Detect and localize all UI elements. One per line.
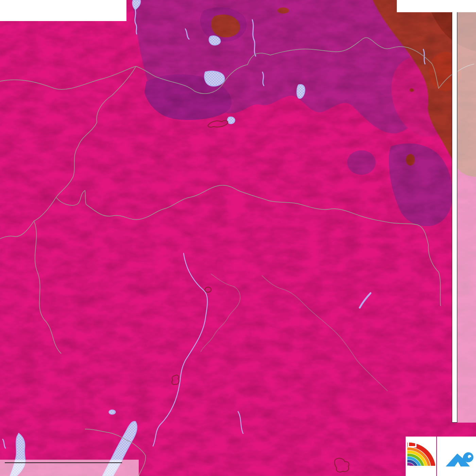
zamg-logo-box: [406, 437, 436, 476]
scalebar-line: [5, 462, 122, 463]
snowgrid-mountain-icon: [437, 437, 476, 476]
weather-map-page: [0, 0, 476, 476]
colorbar: [452, 12, 457, 423]
scalebar: [0, 460, 139, 476]
model-box: [397, 0, 476, 12]
title-box: [0, 0, 126, 21]
colorbar-label-backdrop: [457, 12, 476, 423]
zamg-rainbow-icon: [406, 437, 436, 466]
snowgrid-logo-box: [437, 437, 476, 476]
city-labels-layer: [0, 0, 476, 476]
